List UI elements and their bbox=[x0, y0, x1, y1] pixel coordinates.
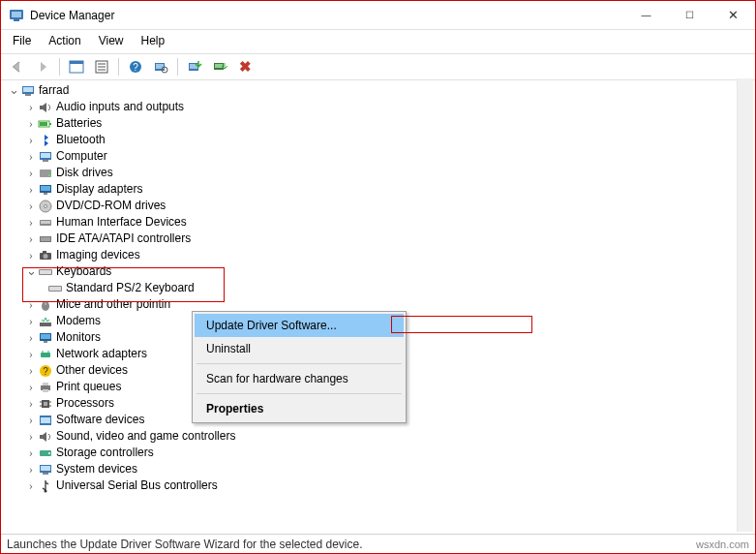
expand-icon[interactable] bbox=[24, 147, 38, 165]
app-icon bbox=[9, 8, 24, 23]
item-standard-ps2-keyboard[interactable]: Standard PS/2 Keyboard bbox=[3, 280, 753, 296]
ctx-update-driver[interactable]: Update Driver Software... bbox=[195, 314, 404, 337]
cat-label: Disk drives bbox=[56, 165, 113, 181]
update-driver-button[interactable] bbox=[184, 57, 205, 77]
cat-label: DVD/CD-ROM drives bbox=[56, 198, 166, 214]
back-button[interactable] bbox=[7, 57, 28, 77]
forward-button[interactable] bbox=[32, 57, 53, 77]
properties-button[interactable] bbox=[91, 57, 112, 77]
svg-rect-20 bbox=[25, 94, 31, 96]
title-bar: Device Manager — ☐ ✕ bbox=[1, 1, 755, 30]
expand-icon[interactable] bbox=[24, 197, 38, 214]
cat-ide[interactable]: IDE ATA/ATAPI controllers bbox=[3, 231, 753, 247]
item-label: Standard PS/2 Keyboard bbox=[66, 280, 195, 296]
keyboard-icon bbox=[47, 281, 63, 296]
menu-help[interactable]: Help bbox=[139, 32, 167, 49]
show-hide-console-tree-button[interactable] bbox=[66, 57, 87, 77]
help-button[interactable]: ? bbox=[125, 57, 146, 77]
expand-icon[interactable] bbox=[24, 312, 38, 329]
cat-label: Audio inputs and outputs bbox=[56, 99, 184, 115]
computer-icon bbox=[20, 83, 36, 99]
device-tree[interactable]: farrad Audio inputs and outputs Batterie… bbox=[3, 78, 753, 532]
svg-point-33 bbox=[45, 204, 47, 207]
cat-hid[interactable]: Human Interface Devices bbox=[3, 214, 753, 231]
menu-file[interactable]: File bbox=[11, 32, 33, 49]
cat-label: Bluetooth bbox=[56, 132, 106, 148]
expand-icon[interactable] bbox=[24, 444, 38, 461]
expand-icon[interactable] bbox=[24, 180, 38, 198]
expand-icon[interactable] bbox=[24, 295, 38, 313]
expand-icon[interactable] bbox=[24, 98, 38, 115]
expand-icon[interactable] bbox=[24, 131, 38, 148]
svg-rect-23 bbox=[40, 122, 47, 126]
cat-label: Processors bbox=[56, 395, 114, 412]
cat-sound[interactable]: Sound, video and game controllers bbox=[3, 428, 753, 445]
scan-hardware-button[interactable] bbox=[150, 57, 171, 77]
toolbar-separator bbox=[177, 58, 178, 76]
maximize-button[interactable]: ☐ bbox=[668, 1, 711, 30]
cat-disk[interactable]: Disk drives bbox=[3, 165, 753, 181]
svg-rect-61 bbox=[44, 402, 47, 406]
cat-computer[interactable]: Computer bbox=[3, 148, 753, 165]
cat-batteries[interactable]: Batteries bbox=[3, 115, 753, 132]
cat-storage[interactable]: Storage controllers bbox=[3, 445, 753, 461]
cat-label: IDE ATA/ATAPI controllers bbox=[56, 231, 191, 247]
cat-imaging[interactable]: Imaging devices bbox=[3, 247, 753, 263]
uninstall-button[interactable] bbox=[209, 57, 230, 77]
expand-icon[interactable] bbox=[24, 460, 38, 477]
svg-rect-22 bbox=[49, 123, 51, 125]
ctx-uninstall[interactable]: Uninstall bbox=[195, 337, 404, 360]
expand-icon[interactable] bbox=[24, 230, 38, 247]
delete-button[interactable]: ✖ bbox=[234, 57, 256, 77]
cat-display[interactable]: Display adapters bbox=[3, 181, 753, 198]
cat-system[interactable]: System devices bbox=[3, 461, 753, 477]
cat-keyboards[interactable]: Keyboards bbox=[3, 263, 753, 280]
expand-icon[interactable] bbox=[24, 213, 38, 231]
svg-rect-30 bbox=[41, 186, 50, 191]
menu-action[interactable]: Action bbox=[46, 32, 82, 49]
ctx-scan-hardware[interactable]: Scan for hardware changes bbox=[195, 367, 404, 390]
expand-icon[interactable] bbox=[24, 361, 38, 379]
svg-rect-50 bbox=[41, 334, 50, 339]
cat-usb[interactable]: Universal Serial Bus controllers bbox=[3, 477, 753, 494]
expand-icon[interactable] bbox=[24, 394, 38, 412]
cat-label: Storage controllers bbox=[56, 445, 154, 461]
toolbar-separator bbox=[59, 58, 60, 76]
svg-rect-67 bbox=[41, 417, 50, 423]
cat-label: Human Interface Devices bbox=[56, 214, 187, 231]
expand-icon[interactable] bbox=[24, 246, 38, 263]
display-icon bbox=[38, 182, 53, 198]
expand-icon[interactable] bbox=[7, 81, 20, 99]
expand-icon[interactable] bbox=[24, 114, 38, 132]
tree-root[interactable]: farrad bbox=[3, 82, 753, 99]
minimize-button[interactable]: — bbox=[624, 1, 668, 30]
expand-icon[interactable] bbox=[24, 345, 38, 362]
svg-rect-17 bbox=[215, 64, 223, 68]
menu-view[interactable]: View bbox=[97, 32, 126, 49]
close-button[interactable]: ✕ bbox=[711, 1, 755, 30]
expand-icon[interactable] bbox=[24, 328, 38, 346]
expand-icon[interactable] bbox=[24, 427, 38, 445]
toolbar: ? ✖ bbox=[1, 54, 755, 80]
cat-bluetooth[interactable]: Bluetooth bbox=[3, 132, 753, 148]
cat-label: Network adapters bbox=[56, 346, 147, 362]
expand-icon[interactable] bbox=[24, 378, 38, 395]
expand-icon[interactable] bbox=[24, 411, 38, 428]
expand-icon[interactable] bbox=[24, 477, 38, 494]
cat-label: Keyboards bbox=[56, 263, 111, 280]
ctx-properties[interactable]: Properties bbox=[195, 397, 404, 420]
battery-icon bbox=[38, 116, 53, 132]
cat-label: Other devices bbox=[56, 362, 128, 379]
scrollbar[interactable] bbox=[737, 78, 753, 532]
cat-dvd[interactable]: DVD/CD-ROM drives bbox=[3, 198, 753, 214]
expand-icon[interactable] bbox=[24, 262, 38, 280]
hid-icon bbox=[38, 215, 53, 231]
expand-icon[interactable] bbox=[24, 164, 38, 181]
unknown-icon: ? bbox=[38, 363, 53, 379]
cat-audio[interactable]: Audio inputs and outputs bbox=[3, 99, 753, 115]
camera-icon bbox=[38, 248, 53, 263]
svg-rect-36 bbox=[40, 236, 51, 242]
svg-point-40 bbox=[44, 254, 48, 259]
window-title: Device Manager bbox=[30, 9, 624, 22]
storage-icon bbox=[38, 446, 53, 461]
